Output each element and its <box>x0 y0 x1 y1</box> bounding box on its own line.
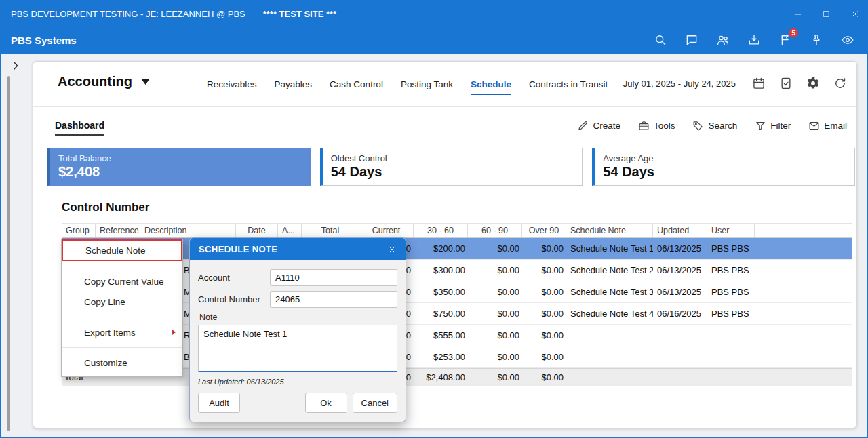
tab-cash-control[interactable]: Cash Control <box>330 79 383 95</box>
search-icon[interactable] <box>654 33 667 47</box>
envelope-icon <box>808 120 820 132</box>
column-header[interactable]: A... <box>278 224 302 237</box>
table-cell: PBS PBS <box>707 238 755 259</box>
audit-button[interactable]: Audit <box>198 393 240 413</box>
stat-title: Total Balance <box>58 153 302 163</box>
menu-separator <box>62 266 182 266</box>
sidebar-expand-chevron-icon[interactable] <box>9 60 22 72</box>
maximize-button[interactable] <box>821 8 831 19</box>
table-cell: $555.00 <box>414 325 468 346</box>
checklist-icon[interactable] <box>779 77 793 90</box>
chevron-down-icon <box>140 78 151 85</box>
column-header[interactable]: Total <box>302 224 359 237</box>
column-header[interactable]: User <box>707 224 755 237</box>
minimize-button[interactable] <box>792 8 803 19</box>
refresh-icon[interactable] <box>833 77 847 90</box>
menu-item-copy-line[interactable]: Copy Line <box>62 292 182 312</box>
table-cell: $0.00 <box>522 369 566 385</box>
pencil-icon <box>577 120 589 132</box>
tab-dashboard[interactable]: Dashboard <box>55 120 104 136</box>
dialog-body: Account A1110 Control Number 24065 Note … <box>190 260 406 422</box>
menu-item-schedule-note[interactable]: Schedule Note <box>62 239 182 261</box>
tools-label: Tools <box>654 121 675 131</box>
column-header[interactable]: 30 - 60 <box>414 224 468 237</box>
create-label: Create <box>593 121 620 131</box>
stat-oldest-control[interactable]: Oldest Control 54 Days <box>320 148 583 186</box>
cancel-button[interactable]: Cancel <box>353 393 397 413</box>
ok-button[interactable]: Ok <box>305 393 347 413</box>
chat-icon[interactable] <box>685 33 698 47</box>
people-icon[interactable] <box>716 33 730 47</box>
stat-average-age[interactable]: Average Age 54 Days <box>592 148 855 186</box>
table-cell <box>707 346 755 367</box>
test-site-label: **** TEST SITE *** <box>263 9 336 19</box>
account-field[interactable]: A1110 <box>270 269 397 286</box>
stat-title: Oldest Control <box>331 153 574 163</box>
column-header[interactable] <box>755 224 852 237</box>
tab-posting-tank[interactable]: Posting Tank <box>401 79 453 95</box>
app-bar: PBS Systems 5 <box>1 26 867 54</box>
stat-title: Average Age <box>603 153 846 163</box>
module-name: Accounting <box>58 74 132 89</box>
tools-button[interactable]: Tools <box>638 120 675 132</box>
menu-item-export-items[interactable]: Export Items <box>62 322 182 342</box>
gear-icon[interactable] <box>806 77 820 90</box>
table-cell <box>653 346 707 367</box>
table-cell: $0.00 <box>468 281 522 302</box>
note-textarea[interactable]: Schedule Note Test 1 <box>198 325 397 372</box>
table-cell: PBS PBS <box>707 260 755 281</box>
menu-item-label: Export Items <box>84 327 136 338</box>
column-header[interactable]: Date <box>236 224 278 237</box>
control-number-field[interactable]: 24065 <box>270 291 397 308</box>
stat-total-balance[interactable]: Total Balance $2,408 <box>47 148 311 186</box>
sidebar-scrollbar[interactable] <box>7 76 10 431</box>
control-number-label: Control Number <box>198 294 270 304</box>
column-header[interactable]: Group <box>62 224 96 237</box>
column-header[interactable]: Over 90 <box>522 224 566 237</box>
table-cell <box>707 325 755 346</box>
column-header[interactable]: Updated <box>653 224 707 237</box>
table-cell: $0.00 <box>522 281 566 302</box>
tab-schedule[interactable]: Schedule <box>471 79 511 95</box>
note-label: Note <box>199 313 397 322</box>
app-brand: PBS Systems <box>11 35 77 46</box>
table-cell: 06/13/2025 <box>653 238 707 259</box>
tab-payables[interactable]: Payables <box>275 79 313 95</box>
column-header[interactable]: 60 - 90 <box>468 224 522 237</box>
search-button[interactable]: Search <box>692 120 737 132</box>
eye-icon[interactable] <box>841 33 854 47</box>
table-cell: $0.00 <box>522 238 566 259</box>
pin-icon[interactable] <box>810 33 823 47</box>
dialog-header: SCHEDULE NOTE <box>190 238 406 260</box>
table-cell <box>566 369 653 385</box>
menu-separator <box>62 347 182 348</box>
calendar-icon[interactable] <box>752 77 766 90</box>
table-cell: $0.00 <box>468 325 522 346</box>
filter-button[interactable]: Filter <box>755 120 791 132</box>
module-selector[interactable]: Accounting <box>58 74 151 89</box>
stat-value: 54 Days <box>603 164 846 180</box>
inbox-download-icon[interactable] <box>747 33 761 47</box>
account-label: Account <box>198 273 270 283</box>
stat-value: 54 Days <box>331 164 574 180</box>
column-header[interactable]: Schedule Note <box>566 224 653 237</box>
create-button[interactable]: Create <box>577 120 620 132</box>
flag-icon[interactable]: 5 <box>778 33 792 47</box>
table-cell: PBS PBS <box>707 281 755 302</box>
column-header[interactable]: Reference <box>96 224 140 237</box>
column-header[interactable]: Current <box>359 224 414 237</box>
close-button[interactable] <box>849 8 860 19</box>
app-window: PBS DEVELOPMENT TESTING - JE: LEEZANNEH … <box>0 0 868 438</box>
submenu-arrow-icon <box>172 330 176 335</box>
table-cell: $0.00 <box>468 369 522 385</box>
tab-contracts-in-transit[interactable]: Contracts in Transit <box>529 79 608 95</box>
menu-item-copy-current-value[interactable]: Copy Current Value <box>62 271 182 292</box>
tab-receivables[interactable]: Receivables <box>207 79 257 95</box>
email-label: Email <box>824 121 847 131</box>
note-text: Schedule Note Test 1 <box>203 329 287 339</box>
column-header[interactable]: Description <box>140 224 236 237</box>
table-cell: $253.00 <box>414 346 468 367</box>
menu-item-customize[interactable]: Customize <box>62 353 182 373</box>
dialog-close-icon[interactable] <box>387 245 397 254</box>
email-button[interactable]: Email <box>808 120 847 132</box>
